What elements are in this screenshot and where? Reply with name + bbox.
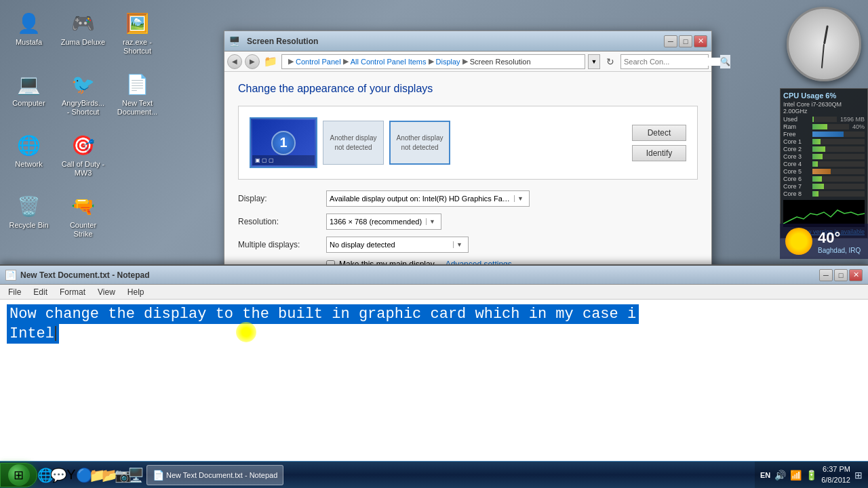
tray-language: EN <box>760 471 770 479</box>
menu-view[interactable]: View <box>92 286 121 298</box>
breadcrumb-display[interactable]: Display <box>436 58 460 66</box>
breadcrumb-all-items[interactable]: All Control Panel Items <box>351 58 427 66</box>
menu-format[interactable]: Format <box>54 286 91 298</box>
resolution-select-arrow: ▼ <box>426 218 438 225</box>
taskbar-notepad-icon: 📄 <box>153 470 163 481</box>
detect-button[interactable]: Detect <box>632 125 686 141</box>
address-path[interactable]: ▶ Control Panel ▶ All Control Panel Item… <box>281 54 585 69</box>
monitor-2[interactable]: Another displaynot detected <box>323 121 384 165</box>
desktop-icon-cs[interactable]: 🔫 Counter Strike <box>58 190 108 251</box>
taskbar: ⊞ 🌐 💬 Y 🔵 📁 📂 📷 🖥️ 📄 New Text Document.t… <box>0 461 868 488</box>
taskbar-monitor-icon[interactable]: 🖥️ <box>130 470 141 481</box>
clock-widget <box>787 7 861 81</box>
address-dropdown-button[interactable]: ▼ <box>588 54 600 69</box>
desktop-icon-recycle[interactable]: 🗑️ Recycle Bin <box>3 190 54 251</box>
notepad-selected-text: Now change the display to the built in g… <box>7 304 639 324</box>
notepad-controls: ─ □ ✕ <box>819 269 863 281</box>
resolution-select[interactable]: 1366 × 768 (recommended) ▼ <box>326 214 441 230</box>
notepad-content[interactable]: Now change the display to the built in g… <box>0 300 868 446</box>
notepad-titlebar: 📄 New Text Document.txt - Notepad ─ □ ✕ <box>0 266 868 285</box>
tray-volume-icon[interactable]: 🔊 <box>774 470 786 481</box>
weather-temp: 40° <box>818 229 861 247</box>
display-select-arrow: ▼ <box>514 195 526 202</box>
cp-addressbar: ◀ ▶ 📁 ▶ Control Panel ▶ All Control Pane… <box>224 52 711 72</box>
search-box: 🔍 <box>620 54 709 69</box>
display-label: Display: <box>238 194 326 203</box>
forward-button[interactable]: ▶ <box>245 54 260 69</box>
system-tray: EN 🔊 📶 🔋 6:37 PM 6/8/2012 ⊞ <box>755 462 868 488</box>
notepad-text[interactable]: Now change the display to the built in g… <box>3 302 865 346</box>
cpu-title: CPU Usage 6% <box>783 92 865 100</box>
breadcrumb-control-panel[interactable]: Control Panel <box>296 58 341 66</box>
resolution-label: Resolution: <box>238 217 326 226</box>
tray-time: 6:37 PM 6/8/2012 <box>821 464 850 485</box>
hour-hand <box>823 25 829 44</box>
taskbar-notepad-btn[interactable]: 📄 New Text Document.txt - Notepad <box>146 465 283 485</box>
cp-titlebar: 🖥️ Screen Resolution ─ □ ✕ <box>224 31 711 52</box>
cp-minimize-button[interactable]: ─ <box>664 35 677 47</box>
cpu-bar-container: Used 1596 MB Ram 40% Free Core 1 Core 2 … <box>783 116 865 197</box>
control-panel-window: 🖥️ Screen Resolution ─ □ ✕ ◀ ▶ 📁 ▶ Contr… <box>224 30 712 287</box>
folder-icon: 📁 <box>264 55 277 68</box>
refresh-button[interactable]: ↻ <box>603 54 618 69</box>
resolution-value: 1366 × 768 (recommended) <box>330 218 426 226</box>
notepad-icon: 📄 <box>5 270 16 281</box>
clock-face <box>793 14 854 75</box>
start-button[interactable]: ⊞ <box>0 463 37 487</box>
back-button[interactable]: ◀ <box>227 54 242 69</box>
cp-window-controls: ─ □ ✕ <box>664 35 707 47</box>
cp-close-button[interactable]: ✕ <box>694 35 707 47</box>
display-select[interactable]: Available display output on: Intel(R) HD… <box>326 190 530 207</box>
search-icon[interactable]: 🔍 <box>720 55 730 68</box>
desktop-icon-new-text-doc[interactable]: 📄 New Text Document... <box>112 68 163 129</box>
taskbar-notepad-label: New Text Document.txt - Notepad <box>166 471 277 479</box>
cpu-graph <box>783 200 865 227</box>
monitor-1-number: 1 <box>271 131 296 155</box>
desktop-icon-mustafa[interactable]: 👤 Mustafa <box>3 7 54 68</box>
text-cursor <box>55 326 56 341</box>
notepad-close-button[interactable]: ✕ <box>849 269 863 281</box>
cp-heading: Change the appearance of your displays <box>238 83 698 95</box>
monitor-3[interactable]: Another displaynot detected <box>389 121 450 165</box>
menu-edit[interactable]: Edit <box>28 286 53 298</box>
menu-help[interactable]: Help <box>122 286 150 298</box>
quick-launch: 🌐 💬 Y 🔵 📁 📂 📷 🖥️ <box>40 470 141 481</box>
desktop-icon-angry-birds[interactable]: 🐦 AngryBirds... - Shortcut <box>58 68 108 129</box>
notepad-cursor-line: Intel <box>7 324 59 344</box>
notepad-title: New Text Document.txt - Notepad <box>20 270 819 280</box>
search-input[interactable] <box>621 58 720 66</box>
desktop-icon-computer[interactable]: 💻 Computer <box>3 68 54 129</box>
multiple-displays-value: No display detected <box>330 241 453 249</box>
cp-window-title: Screen Resolution <box>244 37 664 46</box>
cp-maximize-button[interactable]: □ <box>679 35 692 47</box>
breadcrumb-screen-resolution: Screen Resolution <box>470 58 531 66</box>
desktop-icon-zuma[interactable]: 🎮 Zuma Deluxe <box>58 7 108 68</box>
desktop-icon-raz[interactable]: 🖼️ raz.exe - Shortcut <box>112 7 163 68</box>
taskbar-skype-icon[interactable]: 💬 <box>53 470 64 481</box>
resolution-setting-row: Resolution: 1366 × 768 (recommended) ▼ <box>238 214 698 230</box>
monitors-area: ▣ ▢ ▢ 1 Another displaynot detected Anot… <box>238 106 698 180</box>
notepad-minimize-button[interactable]: ─ <box>819 269 833 281</box>
display-setting-row: Display: Available display output on: In… <box>238 190 698 207</box>
tray-battery-icon[interactable]: 🔋 <box>806 470 817 481</box>
desktop-icon-cod[interactable]: 🎯 Call of Duty - MW3 <box>58 129 108 190</box>
monitor-1[interactable]: ▣ ▢ ▢ 1 <box>250 117 317 168</box>
multiple-displays-select[interactable]: No display detected ▼ <box>326 237 469 253</box>
notepad-menu: File Edit Format View Help <box>0 285 868 300</box>
start-orb-icon: ⊞ <box>8 464 30 486</box>
identify-button[interactable]: Identify <box>632 145 686 161</box>
weather-sun-icon <box>785 228 812 255</box>
display-value: Available display output on: Intel(R) HD… <box>330 195 514 203</box>
monitor-3-label: Another displaynot detected <box>397 134 443 152</box>
cp-window-icon: 🖥️ <box>229 36 240 47</box>
weather-city: Baghdad, IRQ <box>818 247 861 254</box>
detect-identify-btns: Detect Identify <box>632 125 686 161</box>
tray-network-icon[interactable]: 📶 <box>790 470 802 481</box>
weather-widget: 40° Baghdad, IRQ <box>780 224 868 259</box>
multiple-displays-label: Multiple displays: <box>238 240 326 249</box>
menu-file[interactable]: File <box>3 286 26 298</box>
desktop-icon-network[interactable]: 🌐 Network <box>3 129 54 190</box>
notepad-maximize-button[interactable]: □ <box>834 269 848 281</box>
tray-show-desktop[interactable]: ⊞ <box>854 470 863 481</box>
multiple-displays-row: Multiple displays: No display detected ▼ <box>238 237 698 253</box>
